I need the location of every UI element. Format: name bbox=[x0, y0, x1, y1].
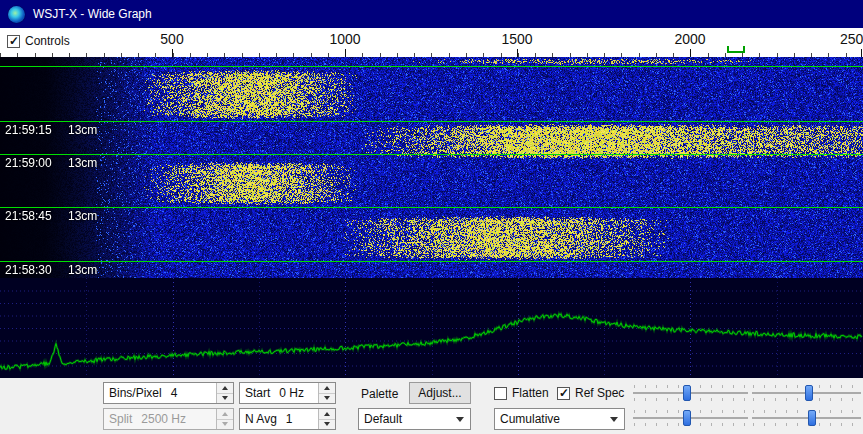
spinbox-value: 4 bbox=[171, 386, 178, 400]
slider-ticks bbox=[753, 410, 860, 413]
spin-down-button bbox=[217, 420, 233, 430]
period-timestamp: 21:59:15 bbox=[5, 123, 68, 137]
rx-frequency-marker bbox=[727, 46, 745, 53]
arrow-up-icon bbox=[222, 386, 228, 390]
waterfall-period-label: 21:58:45 13cm bbox=[5, 209, 97, 223]
spinbox-text: N Avg 1 bbox=[240, 409, 318, 429]
spinbox-value: 1 bbox=[286, 412, 293, 426]
arrow-down-icon bbox=[222, 396, 228, 400]
spin-down-button[interactable] bbox=[319, 394, 335, 404]
waterfall-canvas[interactable] bbox=[0, 57, 863, 278]
period-timestamp: 21:58:30 bbox=[5, 263, 68, 277]
arrow-down-icon bbox=[222, 422, 228, 426]
spinbox-label: Bins/Pixel bbox=[109, 386, 162, 400]
spinbox-value: 0 Hz bbox=[279, 386, 304, 400]
spinbox-label: N Avg bbox=[245, 412, 277, 426]
palette-label: Palette bbox=[361, 387, 398, 401]
controls-label: Controls bbox=[25, 34, 70, 48]
refspec-checkbox[interactable]: Ref Spec bbox=[557, 386, 624, 400]
slider-thumb[interactable] bbox=[805, 385, 813, 401]
spin-buttons bbox=[318, 383, 335, 403]
controls-panel: Bins/Pixel 4 Start 0 Hz Split 2500 Hz bbox=[0, 378, 863, 434]
slider-track[interactable] bbox=[752, 417, 861, 419]
freq-tick-label: 1000 bbox=[329, 31, 360, 47]
spectrum-gain-slider[interactable] bbox=[633, 408, 748, 428]
split-hz-spinbox: Split 2500 Hz bbox=[103, 408, 234, 430]
scale-major-tick bbox=[861, 49, 862, 57]
spinbox-text: Start 0 Hz bbox=[240, 383, 318, 403]
spin-buttons bbox=[216, 383, 233, 403]
combo-value: Cumulative bbox=[500, 412, 560, 426]
checkbox-box[interactable] bbox=[7, 35, 20, 48]
chevron-down-icon bbox=[610, 417, 618, 422]
n-avg-spinbox[interactable]: N Avg 1 bbox=[239, 408, 336, 430]
checkbox-box[interactable] bbox=[557, 387, 570, 400]
waterfall-zero-slider[interactable] bbox=[752, 383, 861, 403]
wsjtx-app-icon bbox=[8, 6, 25, 23]
spinbox-label: Start bbox=[245, 386, 270, 400]
scale-major-tick bbox=[690, 49, 691, 57]
bins-per-pixel-spinbox[interactable]: Bins/Pixel 4 bbox=[103, 382, 234, 404]
spinbox-text: Bins/Pixel 4 bbox=[104, 383, 216, 403]
window-title: WSJT-X - Wide Graph bbox=[33, 7, 152, 21]
refspec-label: Ref Spec bbox=[575, 386, 624, 400]
spin-up-button[interactable] bbox=[319, 409, 335, 420]
waterfall-period-label: 21:59:15 13cm bbox=[5, 123, 97, 137]
slider-thumb[interactable] bbox=[808, 410, 816, 426]
arrow-up-icon bbox=[324, 386, 330, 390]
spinbox-text: Split 2500 Hz bbox=[104, 409, 216, 429]
arrow-down-icon bbox=[324, 396, 330, 400]
start-hz-spinbox[interactable]: Start 0 Hz bbox=[239, 382, 336, 404]
combo-value: Default bbox=[364, 412, 402, 426]
slider-thumb[interactable] bbox=[683, 385, 691, 401]
spin-up-button bbox=[217, 409, 233, 420]
scale-major-tick bbox=[517, 49, 518, 57]
spectrum-plot[interactable] bbox=[0, 278, 863, 378]
spinbox-value: 2500 Hz bbox=[141, 412, 186, 426]
scale-major-tick bbox=[345, 49, 346, 57]
spin-up-button[interactable] bbox=[217, 383, 233, 394]
adjust-palette-button[interactable]: Adjust... bbox=[409, 382, 471, 404]
arrow-up-icon bbox=[324, 412, 330, 416]
freq-tick-label: 500 bbox=[160, 31, 183, 47]
slider-thumb[interactable] bbox=[683, 410, 691, 426]
spinbox-label: Split bbox=[109, 412, 132, 426]
spin-up-button[interactable] bbox=[319, 383, 335, 394]
waterfall-period-label: 21:58:30 13cm bbox=[5, 263, 97, 277]
period-band: 13cm bbox=[68, 123, 97, 137]
arrow-down-icon bbox=[324, 422, 330, 426]
freq-tick-label: 250 bbox=[840, 31, 863, 47]
spin-down-button[interactable] bbox=[217, 394, 233, 404]
period-band: 13cm bbox=[68, 209, 97, 223]
spectrum-zero-slider[interactable] bbox=[752, 408, 861, 428]
period-band: 13cm bbox=[68, 156, 97, 170]
freq-tick-label: 1500 bbox=[501, 31, 532, 47]
flatten-checkbox[interactable]: Flatten bbox=[494, 386, 549, 400]
spin-buttons bbox=[318, 409, 335, 429]
arrow-up-icon bbox=[222, 412, 228, 416]
palette-select[interactable]: Default bbox=[358, 408, 471, 430]
spin-down-button[interactable] bbox=[319, 420, 335, 430]
waterfall-period-label: 21:59:00 13cm bbox=[5, 156, 97, 170]
freq-tick-label: 2000 bbox=[674, 31, 705, 47]
period-timestamp: 21:59:00 bbox=[5, 156, 68, 170]
frequency-scale[interactable]: 500 1000 1500 2000 250 Controls bbox=[0, 28, 863, 57]
wide-graph-window: WSJT-X - Wide Graph 500 1000 1500 2000 2… bbox=[0, 0, 863, 434]
period-timestamp: 21:58:45 bbox=[5, 209, 68, 223]
scale-major-tick bbox=[172, 49, 173, 57]
checkbox-box[interactable] bbox=[494, 387, 507, 400]
flatten-label: Flatten bbox=[512, 386, 549, 400]
controls-checkbox[interactable]: Controls bbox=[7, 34, 76, 48]
spectrum-mode-select[interactable]: Cumulative bbox=[494, 408, 625, 430]
slider-ticks bbox=[753, 423, 860, 426]
chevron-down-icon bbox=[456, 417, 464, 422]
period-band: 13cm bbox=[68, 263, 97, 277]
waterfall-gain-slider[interactable] bbox=[633, 383, 748, 403]
spectrum-canvas[interactable] bbox=[0, 278, 863, 378]
titlebar[interactable]: WSJT-X - Wide Graph bbox=[0, 0, 863, 28]
waterfall[interactable]: 21:59:15 13cm 21:59:00 13cm 21:58:45 13c… bbox=[0, 57, 863, 278]
spin-buttons bbox=[216, 409, 233, 429]
